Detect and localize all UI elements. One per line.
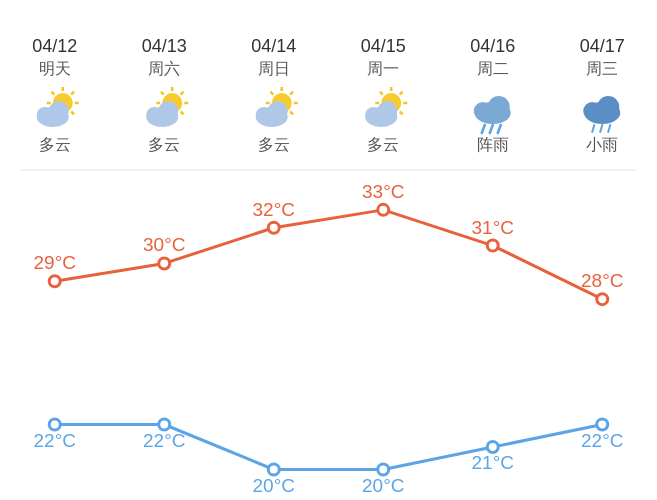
days-header xyxy=(0,0,657,12)
svg-text:周六: 周六 xyxy=(148,60,180,77)
svg-text:04/17: 04/17 xyxy=(580,36,625,56)
svg-point-85 xyxy=(49,419,60,430)
svg-point-83 xyxy=(487,240,498,251)
svg-text:明天: 明天 xyxy=(39,60,71,77)
svg-point-84 xyxy=(597,294,608,305)
svg-text:30°C: 30°C xyxy=(143,234,185,255)
svg-text:28°C: 28°C xyxy=(581,270,623,291)
svg-text:周二: 周二 xyxy=(477,60,509,77)
svg-line-26 xyxy=(181,111,184,114)
svg-point-23 xyxy=(49,101,69,121)
svg-point-90 xyxy=(597,419,608,430)
svg-point-89 xyxy=(487,442,498,453)
svg-text:04/13: 04/13 xyxy=(142,36,187,56)
svg-line-50 xyxy=(400,111,403,114)
svg-text:04/14: 04/14 xyxy=(251,36,296,56)
svg-line-64 xyxy=(490,125,493,133)
svg-point-82 xyxy=(378,204,389,215)
svg-text:周一: 周一 xyxy=(367,60,399,77)
svg-line-30 xyxy=(161,92,164,95)
svg-point-88 xyxy=(378,464,389,475)
svg-text:多云: 多云 xyxy=(258,136,290,153)
svg-point-79 xyxy=(49,276,60,287)
svg-text:33°C: 33°C xyxy=(362,181,404,202)
svg-line-32 xyxy=(181,92,184,95)
svg-text:多云: 多云 xyxy=(39,136,71,153)
svg-text:04/16: 04/16 xyxy=(470,36,515,56)
svg-text:阵雨: 阵雨 xyxy=(477,136,509,153)
svg-text:20°C: 20°C xyxy=(362,475,404,496)
svg-point-47 xyxy=(268,101,288,121)
svg-line-14 xyxy=(71,111,74,114)
svg-text:22°C: 22°C xyxy=(143,430,185,451)
svg-line-44 xyxy=(290,92,293,95)
svg-point-68 xyxy=(597,96,619,118)
chart-area: 04/12明天04/13周六04/14周日04/15周一04/16周二04/17… xyxy=(0,22,657,500)
svg-text:周日: 周日 xyxy=(258,60,290,77)
weather-widget: 04/12明天04/13周六04/14周日04/15周一04/16周二04/17… xyxy=(0,0,657,500)
svg-text:32°C: 32°C xyxy=(253,199,295,220)
svg-point-86 xyxy=(159,419,170,430)
svg-text:多云: 多云 xyxy=(367,136,399,153)
svg-line-20 xyxy=(71,92,74,95)
svg-point-59 xyxy=(377,101,397,121)
svg-line-63 xyxy=(482,125,485,133)
svg-text:04/12: 04/12 xyxy=(32,36,77,56)
svg-line-42 xyxy=(270,92,273,95)
svg-text:31°C: 31°C xyxy=(472,217,514,238)
svg-text:22°C: 22°C xyxy=(581,430,623,451)
svg-line-65 xyxy=(498,125,501,133)
svg-point-80 xyxy=(159,258,170,269)
svg-point-87 xyxy=(268,464,279,475)
svg-line-70 xyxy=(600,125,602,132)
svg-text:21°C: 21°C xyxy=(472,452,514,473)
svg-line-38 xyxy=(290,111,293,114)
svg-text:周三: 周三 xyxy=(586,60,618,77)
svg-text:小雨: 小雨 xyxy=(586,136,618,153)
svg-line-69 xyxy=(592,125,594,132)
svg-point-35 xyxy=(158,101,178,121)
svg-point-81 xyxy=(268,222,279,233)
svg-text:多云: 多云 xyxy=(148,136,180,153)
svg-text:20°C: 20°C xyxy=(253,475,295,496)
svg-line-71 xyxy=(608,125,610,132)
svg-line-18 xyxy=(51,92,54,95)
svg-line-54 xyxy=(380,92,383,95)
svg-text:04/15: 04/15 xyxy=(361,36,406,56)
svg-text:29°C: 29°C xyxy=(34,252,76,273)
svg-point-62 xyxy=(488,96,510,118)
svg-text:22°C: 22°C xyxy=(34,430,76,451)
svg-line-56 xyxy=(400,92,403,95)
